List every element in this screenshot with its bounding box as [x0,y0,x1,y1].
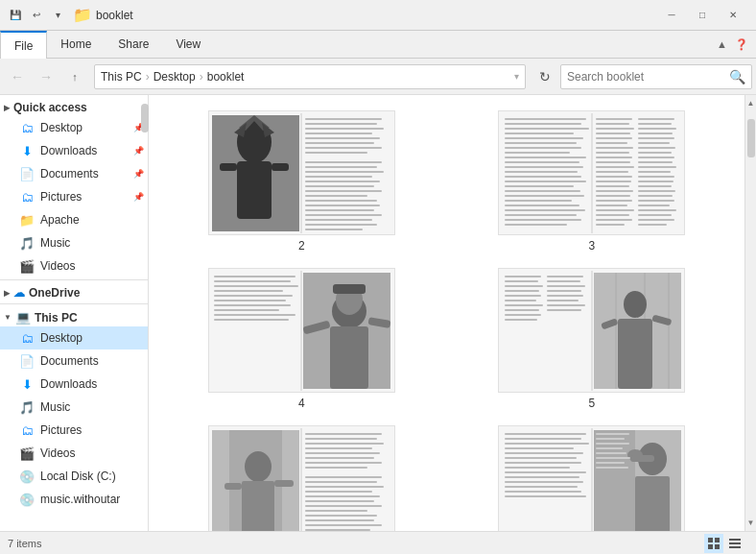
search-input[interactable] [567,70,729,84]
title-bar: 💾 ↩ ▾ 📁 booklet ─ □ ✕ [0,0,756,31]
thumbnail-item-4[interactable]: 4 [164,268,439,410]
apache-icon: 📁 [19,212,35,228]
sidebar-divider-2 [0,303,148,304]
svg-rect-180 [305,505,382,507]
undo-icon[interactable]: ↩ [29,8,44,23]
svg-rect-10 [272,163,289,171]
sidebar-item-pictures[interactable]: 🗂 Pictures 📌 [0,185,148,208]
scrollbar-down-arrow[interactable]: ▼ [745,517,756,529]
tab-view[interactable]: View [162,31,214,58]
breadcrumb[interactable]: This PC › Desktop › booklet ▾ [94,64,526,89]
svg-rect-75 [596,190,633,192]
folder-icon: 📁 [73,6,92,24]
sidebar-item-pictures2[interactable]: 🗂 Pictures [0,419,148,442]
menu-icon[interactable]: ▾ [50,8,65,23]
onedrive-header[interactable]: ▶ ☁ OneDrive [0,282,148,301]
svg-rect-46 [505,161,579,163]
minimize-button[interactable]: ─ [656,0,687,31]
music-without-icon: 💿 [19,492,35,507]
svg-rect-20 [305,166,377,168]
thumbnail-item-2[interactable]: 2 [164,110,439,253]
svg-rect-185 [305,529,370,531]
sidebar-item-music2[interactable]: 🎵 Music [0,396,148,419]
svg-rect-63 [596,132,630,134]
forward-button[interactable]: → [33,63,59,90]
refresh-button[interactable]: ↻ [532,63,558,90]
close-button[interactable]: ✕ [718,0,748,31]
tab-share[interactable]: Share [105,31,162,58]
sidebar-item-label: Desktop [40,331,144,345]
svg-rect-168 [305,443,384,445]
ribbon-collapse-btn[interactable]: ▲ [717,38,727,50]
thumbnail-image-7 [498,425,685,531]
thumbnail-label-2: 2 [298,239,305,253]
thumbnail-item-3[interactable]: 3 [455,110,730,253]
sidebar-item-videos[interactable]: 🎬 Videos [0,254,148,277]
thumbnail-item-5[interactable]: 5 [455,268,730,410]
svg-rect-17 [305,147,382,149]
svg-rect-176 [305,486,384,488]
view-large-icons-button[interactable] [704,534,723,553]
thumbnail-label-3: 3 [588,239,595,253]
sidebar-item-downloads[interactable]: ⬇ Downloads 📌 [0,139,148,162]
sidebar-item-music[interactable]: 🎵 Music [0,231,148,254]
sidebar-item-apache[interactable]: 📁 Apache [0,208,148,231]
maximize-button[interactable]: □ [687,0,718,31]
scrollbar-up-arrow[interactable]: ▲ [745,97,756,109]
this-pc-icon: 💻 [15,310,31,325]
breadcrumb-desktop: Desktop [154,70,196,84]
thumbnail-item-6[interactable]: 6 [164,425,439,531]
desktop-icon: 🗂 [19,120,35,135]
thumbnails-grid: 2 [156,103,737,531]
svg-rect-67 [596,152,629,154]
svg-rect-81 [596,219,632,221]
up-button[interactable]: ↑ [61,63,88,90]
sidebar-item-label: Documents [40,167,131,181]
svg-rect-130 [505,276,541,277]
thumbnail-item-7[interactable]: 7 [455,425,730,531]
sidebar-item-documents[interactable]: 📄 Documents 📌 [0,162,148,185]
sidebar-scrollbar-thumb[interactable] [141,104,149,132]
tab-file[interactable]: File [0,31,47,59]
svg-rect-141 [547,280,580,282]
sidebar-item-music-without[interactable]: 💿 music.withoutar [0,488,148,511]
svg-rect-104 [638,219,674,221]
sidebar-item-desktop[interactable]: 🗂 Desktop 📌 [0,116,148,139]
sidebar-item-videos2[interactable]: 🎬 Videos [0,442,148,465]
svg-rect-204 [505,491,581,493]
svg-rect-172 [305,462,382,464]
sidebar-item-desktop2[interactable]: 🗂 Desktop [0,326,148,349]
save-icon[interactable]: 💾 [8,8,23,23]
svg-rect-31 [305,219,372,221]
svg-rect-173 [305,467,367,469]
desktop2-icon: 🗂 [19,330,35,346]
this-pc-header[interactable]: ▼ 💻 This PC [0,306,148,326]
quick-access-header[interactable]: ▶ Quick access [0,97,148,116]
svg-rect-114 [214,300,286,301]
svg-rect-170 [305,452,380,454]
vertical-scrollbar[interactable]: ▲ ▼ [744,95,756,531]
svg-rect-144 [547,295,583,297]
help-icon[interactable]: ❓ [735,38,748,51]
svg-rect-57 [505,214,577,216]
tab-home[interactable]: Home [47,31,105,58]
back-button[interactable]: ← [4,63,31,90]
sidebar-item-downloads2[interactable]: ⬇ Downloads [0,373,148,396]
svg-rect-117 [214,314,295,316]
search-icon[interactable]: 🔍 [729,69,745,84]
scrollbar-thumb[interactable] [747,119,755,157]
svg-rect-171 [305,457,374,459]
view-list-button[interactable] [725,534,744,553]
svg-rect-132 [505,285,543,287]
svg-rect-213 [596,438,625,440]
documents2-icon: 📄 [19,353,35,369]
sidebar-item-documents2[interactable]: 📄 Documents [0,349,148,373]
svg-rect-29 [305,209,374,211]
thumbnail-image-6 [208,425,395,531]
svg-rect-78 [596,205,627,206]
videos2-icon: 🎬 [19,446,35,461]
svg-rect-47 [505,166,583,168]
sidebar-item-local-disk[interactable]: 💿 Local Disk (C:) [0,465,148,488]
sidebar-item-label: Videos [40,259,144,273]
svg-rect-248 [715,538,720,542]
